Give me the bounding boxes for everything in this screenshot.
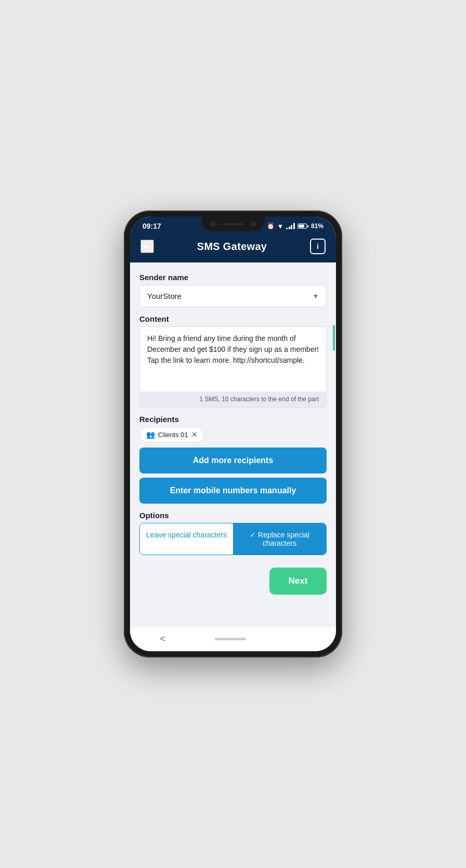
signal-icon [286,223,295,229]
alarm-icon: ⏰ [267,222,275,230]
camera [210,221,215,227]
add-recipients-button[interactable]: Add more recipients [139,448,327,474]
info-button[interactable]: i [310,239,326,254]
nav-back-button[interactable]: < [150,629,176,649]
replace-special-option[interactable]: ✓Replace special characters [233,523,326,555]
sender-section: Sender name YourStore ▼ [139,273,327,307]
enter-manual-button[interactable]: Enter mobile numbers manually [139,478,327,504]
sender-dropdown[interactable]: YourStore ▼ [139,285,327,307]
bottom-nav-bar: < [130,626,336,651]
app-header: ← SMS Gateway i [130,233,336,262]
sender-label: Sender name [139,273,327,282]
main-content: Sender name YourStore ▼ Content 1 SMS, 1… [130,262,336,626]
phone-screen: 09:17 ⏰ ▼ [130,217,336,651]
status-time: 09:17 [143,222,161,230]
leave-special-option[interactable]: Leave special characters [140,523,233,555]
group-icon: 👥 [146,430,155,439]
notch [202,217,264,231]
content-textarea[interactable] [140,327,326,389]
page-title: SMS Gateway [197,241,267,253]
scroll-indicator [333,325,335,351]
back-button[interactable]: ← [140,240,154,253]
sms-counter: 1 SMS, 10 characters to the end of the p… [140,391,326,407]
speaker [223,223,243,226]
home-indicator[interactable] [215,638,246,640]
sender-value: YourStore [147,292,182,300]
options-label: Options [139,511,327,520]
checkmark-icon: ✓ [250,531,256,539]
chip-name: Clients 01 [158,431,188,439]
special-chars-toggle: Leave special characters ✓Replace specia… [139,523,327,555]
close-icon[interactable]: ✕ [191,430,198,439]
recipients-section: Recipients 👥 Clients 01 ✕ Add more recip… [139,415,327,504]
leave-special-label: Leave special characters [146,531,227,539]
phone-frame: 09:17 ⏰ ▼ [124,211,342,657]
next-button[interactable]: Next [269,568,327,595]
options-section: Options Leave special characters ✓Replac… [139,511,327,555]
replace-special-label: Replace special characters [258,531,309,547]
battery-percent: 81% [311,222,323,230]
battery-icon [297,223,308,229]
recipient-chip-clients01[interactable]: 👥 Clients 01 ✕ [139,427,204,442]
wifi-icon: ▼ [277,222,284,230]
content-textarea-wrapper: 1 SMS, 10 characters to the end of the p… [139,326,327,407]
next-area: Next [139,562,327,597]
chevron-down-icon: ▼ [313,293,319,300]
status-icons: ⏰ ▼ 81% [267,222,323,230]
content-section: Content 1 SMS, 10 characters to the end … [139,314,327,407]
recipients-label: Recipients [139,415,327,424]
camera-2 [251,221,256,227]
content-label: Content [139,314,327,323]
